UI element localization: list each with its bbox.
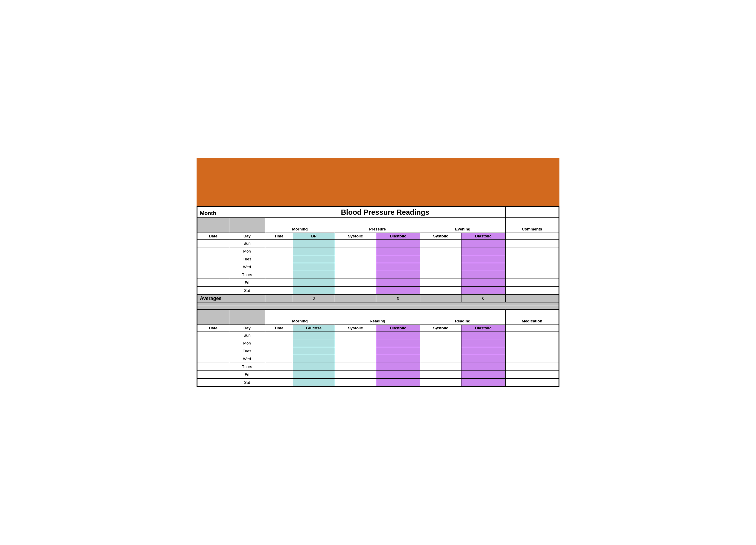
s2-diast1-sun[interactable]: [376, 331, 420, 339]
bp-mon-1[interactable]: [293, 247, 335, 255]
s2-glucose-tues[interactable]: [293, 347, 335, 355]
s2-syst2-wed[interactable]: [420, 355, 461, 363]
bp-wed-1[interactable]: [293, 263, 335, 271]
date-mon-1[interactable]: [197, 247, 229, 255]
eve-syst-sun-1[interactable]: [420, 240, 461, 247]
s2-date-tues[interactable]: [197, 347, 229, 355]
s2-syst2-mon[interactable]: [420, 339, 461, 347]
s2-time-mon[interactable]: [265, 339, 293, 347]
eve-syst-sat-1[interactable]: [420, 287, 461, 295]
s2-time-fri[interactable]: [265, 371, 293, 379]
eve-diast-mon-1[interactable]: [461, 247, 505, 255]
s2-glucose-thurs[interactable]: [293, 363, 335, 371]
s2-diast1-thurs[interactable]: [376, 363, 420, 371]
s2-glucose-wed[interactable]: [293, 355, 335, 363]
s2-syst1-fri[interactable]: [335, 371, 376, 379]
s2-syst1-sat[interactable]: [335, 379, 376, 387]
eve-syst-mon-1[interactable]: [420, 247, 461, 255]
eve-syst-tues-1[interactable]: [420, 255, 461, 263]
s2-syst1-thurs[interactable]: [335, 363, 376, 371]
s2-diast1-wed[interactable]: [376, 355, 420, 363]
s2-med-tues[interactable]: [505, 347, 559, 355]
s2-syst1-wed[interactable]: [335, 355, 376, 363]
date-thurs-1[interactable]: [197, 271, 229, 279]
s2-syst2-fri[interactable]: [420, 371, 461, 379]
syst-thurs-1[interactable]: [335, 271, 376, 279]
s2-diast2-mon[interactable]: [461, 339, 505, 347]
syst-wed-1[interactable]: [335, 263, 376, 271]
s2-syst2-sun[interactable]: [420, 331, 461, 339]
s2-diast2-fri[interactable]: [461, 371, 505, 379]
s2-syst1-tues[interactable]: [335, 347, 376, 355]
s2-diast2-sun[interactable]: [461, 331, 505, 339]
s2-time-tues[interactable]: [265, 347, 293, 355]
s2-med-thurs[interactable]: [505, 363, 559, 371]
s2-diast2-tues[interactable]: [461, 347, 505, 355]
s2-diast1-fri[interactable]: [376, 371, 420, 379]
bp-thurs-1[interactable]: [293, 271, 335, 279]
syst-fri-1[interactable]: [335, 279, 376, 287]
eve-diast-wed-1[interactable]: [461, 263, 505, 271]
s2-syst2-tues[interactable]: [420, 347, 461, 355]
date-wed-1[interactable]: [197, 263, 229, 271]
s2-diast1-tues[interactable]: [376, 347, 420, 355]
s2-time-thurs[interactable]: [265, 363, 293, 371]
s2-glucose-sun[interactable]: [293, 331, 335, 339]
syst-mon-1[interactable]: [335, 247, 376, 255]
syst-tues-1[interactable]: [335, 255, 376, 263]
diast-wed-1[interactable]: [376, 263, 420, 271]
s2-diast1-mon[interactable]: [376, 339, 420, 347]
s2-med-mon[interactable]: [505, 339, 559, 347]
bp-sun-1[interactable]: [293, 240, 335, 247]
eve-diast-fri-1[interactable]: [461, 279, 505, 287]
eve-diast-thurs-1[interactable]: [461, 271, 505, 279]
s2-time-wed[interactable]: [265, 355, 293, 363]
eve-diast-tues-1[interactable]: [461, 255, 505, 263]
eve-syst-wed-1[interactable]: [420, 263, 461, 271]
bp-sat-1[interactable]: [293, 287, 335, 295]
bp-fri-1[interactable]: [293, 279, 335, 287]
s2-date-thurs[interactable]: [197, 363, 229, 371]
bp-tues-1[interactable]: [293, 255, 335, 263]
time-wed-1[interactable]: [265, 263, 293, 271]
eve-syst-fri-1[interactable]: [420, 279, 461, 287]
comments-wed-1[interactable]: [505, 263, 559, 271]
diast-sat-1[interactable]: [376, 287, 420, 295]
s2-syst1-mon[interactable]: [335, 339, 376, 347]
s2-glucose-sat[interactable]: [293, 379, 335, 387]
time-sun-1[interactable]: [265, 240, 293, 247]
s2-med-wed[interactable]: [505, 355, 559, 363]
s2-med-sun[interactable]: [505, 331, 559, 339]
comments-mon-1[interactable]: [505, 247, 559, 255]
comments-tues-1[interactable]: [505, 255, 559, 263]
diast-thurs-1[interactable]: [376, 271, 420, 279]
date-fri-1[interactable]: [197, 279, 229, 287]
date-sun-1[interactable]: [197, 240, 229, 247]
eve-syst-thurs-1[interactable]: [420, 271, 461, 279]
s2-time-sun[interactable]: [265, 331, 293, 339]
s2-time-sat[interactable]: [265, 379, 293, 387]
syst-sat-1[interactable]: [335, 287, 376, 295]
date-tues-1[interactable]: [197, 255, 229, 263]
diast-sun-1[interactable]: [376, 240, 420, 247]
date-sat-1[interactable]: [197, 287, 229, 295]
comments-fri-1[interactable]: [505, 279, 559, 287]
s2-date-wed[interactable]: [197, 355, 229, 363]
s2-diast2-sat[interactable]: [461, 379, 505, 387]
comments-sun-1[interactable]: [505, 240, 559, 247]
syst-sun-1[interactable]: [335, 240, 376, 247]
s2-syst1-sun[interactable]: [335, 331, 376, 339]
time-fri-1[interactable]: [265, 279, 293, 287]
time-sat-1[interactable]: [265, 287, 293, 295]
diast-mon-1[interactable]: [376, 247, 420, 255]
time-thurs-1[interactable]: [265, 271, 293, 279]
s2-date-sat[interactable]: [197, 379, 229, 387]
diast-tues-1[interactable]: [376, 255, 420, 263]
comments-sat-1[interactable]: [505, 287, 559, 295]
s2-diast2-wed[interactable]: [461, 355, 505, 363]
s2-med-fri[interactable]: [505, 371, 559, 379]
s2-syst2-sat[interactable]: [420, 379, 461, 387]
s2-glucose-mon[interactable]: [293, 339, 335, 347]
s2-syst2-thurs[interactable]: [420, 363, 461, 371]
s2-date-mon[interactable]: [197, 339, 229, 347]
